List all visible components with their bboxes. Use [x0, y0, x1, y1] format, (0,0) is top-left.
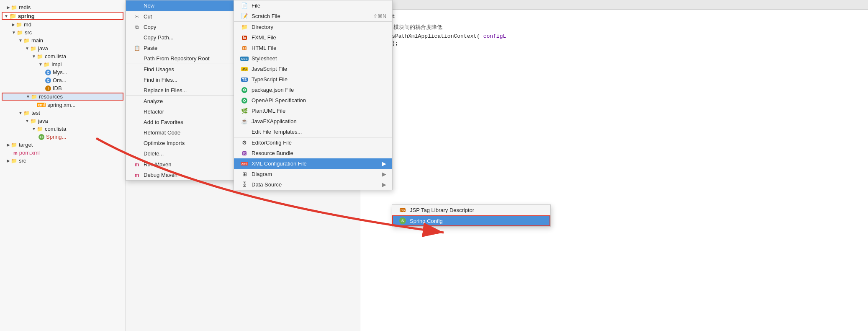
folder-icon-target: 📁	[11, 142, 17, 148]
tree-item-comlista-test[interactable]: ▼ 📁 com.lista	[0, 125, 125, 133]
folder-icon-java-test: 📁	[30, 118, 36, 124]
folder-icon-main: 📁	[23, 38, 30, 44]
menu-label-cut: Cut	[144, 13, 152, 20]
chinese-comment: 部署。模块间的耦合度降低	[377, 20, 868, 33]
submenu-item-xml-config[interactable]: xml XML Configuration File ▶	[234, 158, 392, 169]
submenu-item-directory[interactable]: 📁 Directory	[234, 22, 392, 32]
tree-item-spring-class[interactable]: C Spring...	[0, 133, 125, 141]
scratch-shortcut: ⇧⌘N	[361, 13, 386, 19]
tree-item-src[interactable]: ▼ 📁 src	[0, 28, 125, 36]
tree-arrow-java: ▼	[25, 46, 29, 51]
fxml-icon: fx	[240, 36, 249, 40]
submenu-item-resource-bundle[interactable]: R Resource Bundle	[234, 148, 392, 158]
class-badge-ora: C	[45, 78, 51, 83]
tree-arrow-comlista-test: ▼	[32, 127, 36, 131]
menu-label-optimize: Optimize Imports	[144, 140, 185, 146]
tree-item-redis[interactable]: ▶ 📁 redis	[0, 3, 125, 11]
tab-bar: @Test	[360, 0, 868, 10]
tree-label-redis: redis	[19, 4, 31, 10]
menu-label-copy: Copy	[144, 24, 156, 30]
tree-item-md[interactable]: ▶ 📁 md	[0, 21, 125, 28]
submenu-item-html[interactable]: H HTML File	[234, 43, 392, 53]
scissors-icon: ✂	[133, 14, 141, 20]
tree-item-java-test[interactable]: ▼ 📁 java	[0, 117, 125, 125]
submenu-item-diagram[interactable]: ⊞ Diagram ▶	[234, 169, 392, 179]
menu-label-replace-in-files: Replace in Files...	[144, 87, 187, 93]
submenu-label-scratch: Scratch File	[252, 13, 280, 19]
tree-label-resources: resources	[39, 93, 63, 100]
folder-icon-comlista-test: 📁	[37, 126, 43, 132]
submenu-label-directory: Directory	[252, 24, 273, 30]
tree-item-idb[interactable]: I IDB	[0, 84, 125, 92]
tree-item-mys[interactable]: C Mys...	[0, 68, 125, 76]
menu-label-add-favorites: Add to Favorites	[144, 119, 183, 125]
submenu-item-jsp[interactable]: jsp JSP Tag Library Descriptor	[392, 205, 550, 215]
submenu-item-data-source[interactable]: 🗄 Data Source ▶	[234, 179, 392, 190]
tree-label-src: src	[25, 29, 32, 36]
submenu-item-spring-config[interactable]: S Spring Config	[392, 215, 550, 226]
tree-item-spring[interactable]: ▼ 📁 spring	[2, 12, 123, 20]
tree-label-test: test	[31, 110, 40, 116]
tree-item-springxml[interactable]: xml spring.xm...	[0, 101, 125, 109]
class-badge-mys: C	[45, 70, 51, 75]
submenu-item-edit-templates[interactable]: Edit File Templates...	[234, 127, 392, 137]
tree-label-spring-class: Spring...	[46, 134, 66, 140]
submenu-label-ts: TypeScript File	[252, 76, 288, 83]
pom-icon: m	[13, 150, 18, 155]
tree-item-target[interactable]: ▶ 📁 target	[0, 141, 125, 149]
folder-icon-src: 📁	[17, 30, 23, 36]
tree-item-java[interactable]: ▼ 📁 java	[0, 44, 125, 52]
json-icon: ⚙	[240, 87, 249, 93]
data-source-icon: 🗄	[240, 181, 249, 188]
submenu-label-edit-templates: Edit File Templates...	[252, 129, 302, 135]
tree-item-pomxml[interactable]: m pom.xml	[0, 149, 125, 157]
ts-icon: TS	[240, 78, 249, 82]
tree-label-java-test: java	[38, 118, 48, 124]
submenu-item-json[interactable]: ⚙ package.json File	[234, 85, 392, 95]
tree-item-main[interactable]: ▼ 📁 main	[0, 36, 125, 44]
folder-icon-redis: 📁	[11, 5, 17, 10]
tree-item-comlista[interactable]: ▼ 📁 com.lista	[0, 52, 125, 60]
copy-icon: ⧉	[133, 24, 141, 30]
submenu-label-javafx: JavaFXApplication	[252, 118, 297, 124]
data-source-arrow: ▶	[382, 181, 386, 188]
tree-label-idb: IDB	[53, 85, 62, 91]
submenu-item-editorconfig[interactable]: ⚙ EditorConfig File	[234, 137, 392, 148]
submenu-item-javafx[interactable]: ☕ JavaFXApplication	[234, 116, 392, 127]
code-line-19: 19 lass);	[360, 40, 868, 47]
submenu-item-openapi[interactable]: O OpenAPI Specification	[234, 95, 392, 106]
xml-config-icon: xml	[240, 162, 249, 166]
tree-arrow-redis: ▶	[7, 5, 10, 10]
debug-maven-icon: m	[133, 172, 141, 178]
xml-config-arrow: ▶	[382, 160, 386, 167]
submenu-item-plant[interactable]: 🌿 PlantUML File	[234, 106, 392, 116]
submenu-item-css[interactable]: css Stylesheet	[234, 53, 392, 64]
tree-label-main: main	[31, 37, 43, 44]
submenu-label-file: File	[252, 3, 260, 9]
submenu-label-spring-config: Spring Config	[410, 218, 443, 224]
interface-badge-idb: I	[45, 85, 51, 91]
submenu-item-js[interactable]: JS JavaScript File	[234, 64, 392, 74]
spring-config-icon: S	[398, 217, 407, 224]
tree-item-src-root[interactable]: ▶ 📁 src	[0, 157, 125, 165]
menu-label-debug-maven: Debug Maven	[144, 172, 177, 178]
submenu-label-editorconfig: EditorConfig File	[252, 140, 292, 146]
tree-item-impl[interactable]: ▼ 📁 Impl	[0, 60, 125, 68]
scratch-icon: 📝	[240, 13, 249, 19]
submenu-item-fxml[interactable]: fx FXML File	[234, 32, 392, 43]
tree-arrow-comlista: ▼	[32, 54, 36, 59]
tree-label-java: java	[38, 45, 48, 52]
paste-icon: 📋	[133, 45, 141, 51]
folder-icon-impl: 📁	[44, 62, 50, 67]
tree-item-ora[interactable]: C Ora...	[0, 76, 125, 84]
submenu-item-scratch[interactable]: 📝 Scratch File ⇧⌘N	[234, 11, 392, 22]
tree-label-spring: spring	[18, 13, 35, 19]
class-badge-spring: C	[39, 134, 44, 140]
tree-item-test[interactable]: ▼ 📁 test	[0, 109, 125, 117]
submenu-item-ts[interactable]: TS TypeScript File	[234, 74, 392, 85]
tree-item-resources[interactable]: ▼ 📁 resources	[2, 93, 123, 101]
menu-label-find-in-files: Find in Files...	[144, 77, 177, 83]
tree-arrow-md: ▶	[12, 22, 15, 27]
tree-label-mys: Mys...	[53, 69, 67, 75]
submenu-item-file[interactable]: 📄 File	[234, 0, 392, 11]
